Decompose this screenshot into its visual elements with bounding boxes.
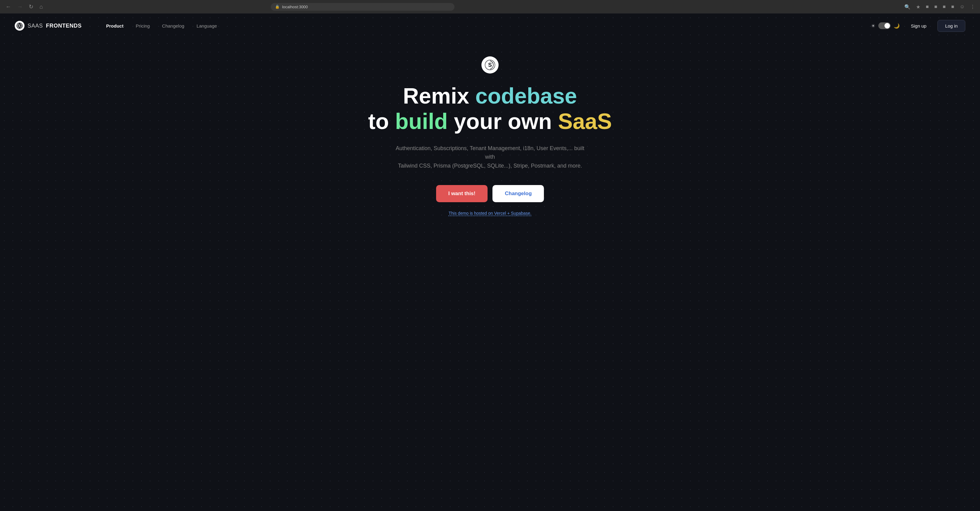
back-button[interactable]: ← xyxy=(4,3,13,10)
svg-text:S: S xyxy=(488,62,492,68)
nav-product[interactable]: Product xyxy=(106,23,124,29)
address-bar[interactable]: 🔒 localhost:3000 xyxy=(271,3,455,11)
signup-button[interactable]: Sign up xyxy=(906,21,931,31)
subtitle-line1: Authentication, Subscriptions, Tenant Ma… xyxy=(396,145,584,160)
browser-chrome: ← → ↻ ⌂ 🔒 localhost:3000 🔍 ★ ■ ■ ■ ■ ☺ ⋮ xyxy=(0,0,980,13)
hero-title-line1: Remix codebase xyxy=(368,83,612,109)
nav-links: Product Pricing Changelog Language xyxy=(106,23,217,29)
hero-section: S Remix codebase to build your own SaaS … xyxy=(0,38,980,240)
cta-primary-button[interactable]: I want this! xyxy=(436,185,488,202)
extension-3[interactable]: ■ xyxy=(942,3,947,10)
nav-pricing[interactable]: Pricing xyxy=(136,23,150,29)
extension-2[interactable]: ■ xyxy=(933,3,939,10)
codebase-text: codebase xyxy=(475,84,577,108)
theme-controls: ☀ 🌙 xyxy=(871,22,900,29)
saas-text: SaaS xyxy=(558,109,612,134)
hero-buttons: I want this! Changelog xyxy=(436,185,544,202)
home-button[interactable]: ⌂ xyxy=(38,3,45,10)
nav-changelog[interactable]: Changelog xyxy=(162,23,185,29)
url-text: localhost:3000 xyxy=(282,5,308,9)
logo-icon: S xyxy=(15,21,24,31)
reload-button[interactable]: ↻ xyxy=(27,3,35,10)
profile-button[interactable]: ☺ xyxy=(959,3,966,10)
logo-frontends: FRONTENDS xyxy=(46,23,82,29)
svg-text:S: S xyxy=(18,24,21,27)
theme-toggle[interactable] xyxy=(878,22,891,29)
bookmark-button[interactable]: ★ xyxy=(915,3,921,10)
hero-title: Remix codebase to build your own SaaS xyxy=(368,83,612,134)
sun-icon: ☀ xyxy=(871,23,875,29)
build-text: build xyxy=(395,109,448,134)
zoom-button[interactable]: 🔍 xyxy=(903,3,912,10)
nav-right: ☀ 🌙 Sign up Log in xyxy=(871,20,965,32)
remix-text: Remix xyxy=(403,84,475,108)
lock-icon: 🔒 xyxy=(275,5,280,9)
login-button[interactable]: Log in xyxy=(937,20,965,32)
navbar: S SAASFRONTENDS Product Pricing Changelo… xyxy=(0,13,980,38)
to-text: to xyxy=(368,109,395,134)
extension-1[interactable]: ■ xyxy=(924,3,930,10)
logo[interactable]: S SAASFRONTENDS xyxy=(15,21,82,31)
hero-logo-icon: S xyxy=(481,56,499,73)
moon-icon: 🌙 xyxy=(894,23,900,29)
subtitle-line2: Tailwind CSS, Prisma (PostgreSQL, SQLite… xyxy=(398,163,582,169)
extension-4[interactable]: ■ xyxy=(950,3,956,10)
page-background: S SAASFRONTENDS Product Pricing Changelo… xyxy=(0,13,980,511)
more-button[interactable]: ⋮ xyxy=(969,3,976,10)
demo-hosted-link[interactable]: This demo is hosted on Vercel + Supabase… xyxy=(449,211,531,216)
browser-nav-group: ← → ↻ ⌂ xyxy=(4,3,45,10)
forward-button[interactable]: → xyxy=(15,3,24,10)
toggle-thumb xyxy=(885,23,890,29)
nav-language[interactable]: Language xyxy=(197,23,217,29)
hero-title-line2: to build your own SaaS xyxy=(368,109,612,134)
logo-saas: SAAS xyxy=(27,23,43,29)
hero-subtitle: Authentication, Subscriptions, Tenant Ma… xyxy=(392,144,588,170)
your-own-text: your own xyxy=(448,109,558,134)
cta-secondary-button[interactable]: Changelog xyxy=(492,185,544,202)
browser-actions: 🔍 ★ ■ ■ ■ ■ ☺ ⋮ xyxy=(903,3,976,10)
